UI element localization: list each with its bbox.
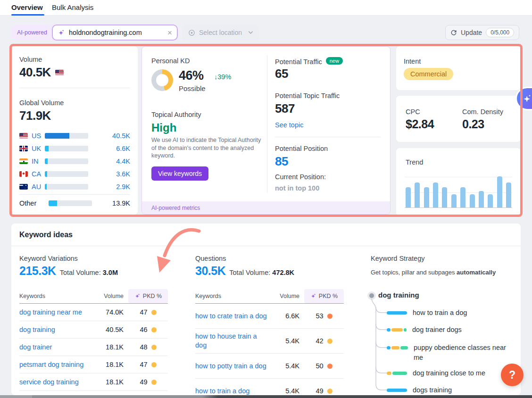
personal-kd-card: Personal KD 46% ↓39% Possible Topical Au…: [141, 46, 391, 215]
strategy-subpage-row[interactable]: how to train a dog: [387, 308, 467, 318]
pkd-difficulty-dot: [327, 339, 332, 344]
country-link[interactable]: AU: [32, 183, 45, 191]
pkd-value: 53: [316, 312, 323, 320]
trend-bar: [506, 182, 511, 207]
volume-bar: [45, 184, 88, 190]
table-row: how to crate train a dog6.6K53: [195, 304, 344, 329]
pkd-header-label: PKD %: [143, 293, 162, 299]
strategy-subpage-label[interactable]: dog trainer dogs: [412, 325, 462, 335]
keyword-cell: how to potty train a dog: [195, 362, 270, 371]
strategy-root-topic[interactable]: dog training: [378, 291, 419, 299]
strategy-subpage-row[interactable]: dog training close to me: [387, 368, 485, 378]
pkd-difficulty-dot: [151, 327, 157, 332]
location-select[interactable]: Select location: [183, 25, 259, 41]
pkd-difficulty-dot: [151, 345, 157, 350]
pkd-cell: 47: [128, 361, 168, 368]
strategy-subpage-label[interactable]: dogs training: [413, 385, 452, 395]
trend-bar: [460, 187, 466, 207]
keyword-cell: petsmart dog training: [19, 360, 94, 369]
strategy-subpage-label[interactable]: dog training close to me: [413, 368, 485, 378]
country-volume-row: US40.5K: [19, 129, 130, 142]
volume-cell: 18.1K: [94, 343, 124, 351]
global-volume-label: Global Volume: [19, 99, 64, 107]
keyword-link[interactable]: dog training: [19, 325, 55, 334]
keyword-link[interactable]: dog trainer: [19, 343, 52, 352]
new-badge: new: [326, 57, 343, 65]
country-link[interactable]: US: [32, 132, 45, 140]
intent-card: Intent Commercial: [396, 46, 521, 90]
search-input[interactable]: holdnondogtraining.com ×: [52, 25, 178, 41]
strategy-subpage-label[interactable]: puppy obedience classes near me: [414, 343, 510, 363]
column-header-volume[interactable]: Volume: [270, 293, 299, 299]
trend-bar: [442, 187, 447, 207]
volume-bar-fill: [45, 158, 48, 164]
volume-bar-fill: [45, 133, 69, 139]
screenshot-edge-artifact: [0, 395, 532, 398]
other-label: Other: [19, 199, 49, 207]
country-volume-value: 40.5K: [112, 132, 130, 140]
keyword-link[interactable]: how to crate train a dog: [195, 312, 267, 321]
topic-share-pill: [387, 328, 407, 332]
ca-flag-icon: [19, 171, 28, 177]
column-header-keywords[interactable]: Keywords: [195, 293, 270, 299]
trend-bar: [433, 182, 438, 207]
keyword-link[interactable]: how to potty train a dog: [195, 362, 266, 371]
kd-delta: ↓39%: [214, 73, 231, 81]
volume-cell: 6.6K: [270, 312, 299, 320]
keyword-link[interactable]: service dog training: [19, 378, 79, 387]
uk-flag-icon: [19, 146, 28, 151]
strategy-subpage-label[interactable]: how to train a dog: [413, 308, 467, 318]
help-button[interactable]: ?: [501, 364, 524, 386]
keyword-link[interactable]: how to train a dog: [195, 387, 249, 396]
view-keywords-button[interactable]: View keywords: [151, 166, 208, 181]
keyword-link[interactable]: how to house train a dog: [195, 332, 267, 350]
kd-level: Possible: [179, 84, 206, 92]
tab-bulk-analysis[interactable]: Bulk Analysis: [52, 3, 93, 11]
strategy-subpage-row[interactable]: puppy obedience classes near me: [387, 343, 510, 363]
keyword-link[interactable]: dog training near me: [19, 308, 82, 317]
strategy-subtitle: Get topics, pillar and subpages: [371, 269, 457, 276]
see-topic-link[interactable]: See topic: [275, 121, 303, 129]
update-button[interactable]: Update 0/5,000: [445, 25, 519, 40]
column-header-volume[interactable]: Volume: [94, 293, 124, 299]
strategy-subpage-row[interactable]: dog trainer dogs: [387, 325, 462, 335]
trend-bar: [406, 187, 411, 207]
clear-search-icon[interactable]: ×: [167, 29, 172, 37]
tab-overview[interactable]: Overview: [11, 3, 43, 11]
trend-bar: [488, 194, 493, 207]
strategy-subpage-row[interactable]: dogs training: [387, 385, 452, 395]
pkd-cell: 49: [128, 378, 168, 386]
volume-bar: [45, 133, 88, 139]
kd-value: 46%: [179, 68, 204, 83]
personal-kd-label: Personal KD: [151, 57, 190, 65]
pkd-cell: 48: [128, 343, 168, 351]
us-flag-icon: [19, 133, 28, 139]
column-header-keywords[interactable]: Keywords: [19, 293, 94, 299]
update-label: Update: [461, 29, 482, 36]
column-header-pkd[interactable]: PKD %: [128, 289, 168, 303]
current-position-value: not in top 100: [275, 184, 319, 192]
questions-table: KeywordsVolumePKD %how to crate train a …: [195, 289, 344, 395]
pill-segment-blue: [387, 328, 391, 332]
topic-share-pill: [387, 346, 408, 349]
ai-powered-metrics-label: AI-powered metrics: [151, 205, 200, 211]
pkd-cell: 47: [128, 308, 168, 316]
keyword-variations-count: 215.3K: [19, 264, 56, 278]
volume-cell: 40.5K: [94, 326, 124, 333]
intent-label: Intent: [404, 58, 421, 65]
pkd-difficulty-dot: [151, 362, 157, 367]
table-header-row: KeywordsVolumePKD %: [19, 289, 168, 304]
total-volume-label: Total Volume:: [60, 269, 101, 276]
volume-cell: 5.4K: [270, 362, 299, 370]
app-window: Overview Bulk Analysis AI-powered holdno…: [0, 0, 532, 398]
country-link[interactable]: UK: [32, 145, 45, 152]
country-link[interactable]: IN: [32, 158, 45, 165]
keyword-link[interactable]: petsmart dog training: [19, 360, 83, 369]
volume-value: 40.5K: [19, 65, 51, 80]
keyword-cell: service dog training: [19, 378, 94, 387]
column-header-pkd[interactable]: PKD %: [304, 289, 344, 303]
country-link[interactable]: CA: [32, 170, 45, 178]
pkd-value: 42: [316, 337, 323, 345]
country-volume-row: AU2.9K: [19, 180, 130, 193]
sparkle-icon: [134, 293, 141, 299]
